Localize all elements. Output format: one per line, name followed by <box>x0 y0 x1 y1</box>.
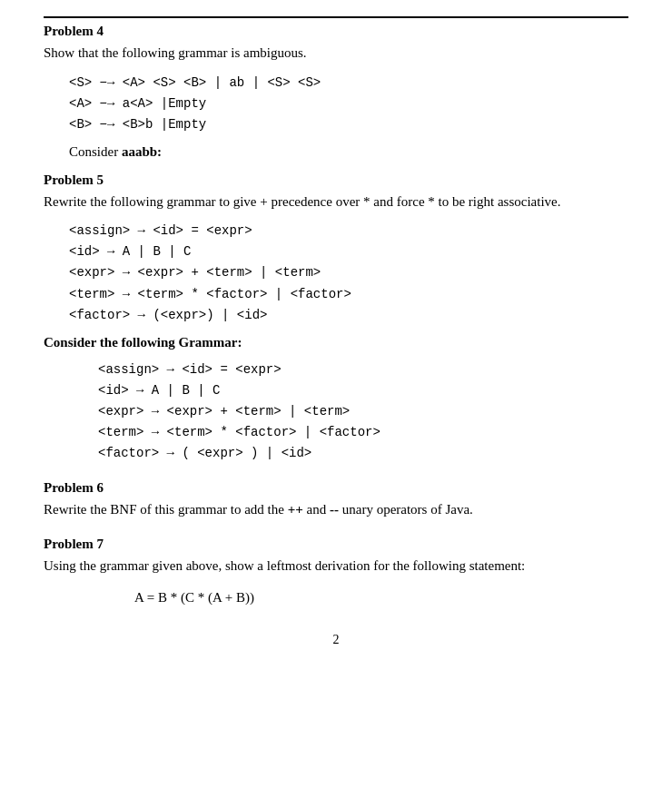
problem5-subheading: Consider the following Grammar: <box>44 335 628 350</box>
p5-subgrammar-line-3: <expr> → <expr> + <term> | <term> <box>98 401 628 422</box>
problem6-description: Rewrite the BNF of this grammar to add t… <box>44 499 628 520</box>
consider-value: aaabb: <box>122 144 162 159</box>
p5-subgrammar-line-5: <factor> → ( <expr> ) | <id> <box>98 443 628 464</box>
problem5-title: Problem 5 <box>44 172 628 188</box>
p5-grammar-line-3: <expr> → <expr> + <term> | <term> <box>69 262 628 283</box>
p5-grammar-line-1: <assign> → <id> = <expr> <box>69 221 628 241</box>
page-number: 2 <box>44 633 628 647</box>
consider-label: Consider <box>69 144 122 159</box>
problem5-subgrammar: <assign> → <id> = <expr> <id> → A | B | … <box>98 360 628 464</box>
grammar-line-2: <A> −→ a<A> |Empty <box>69 94 628 114</box>
problem7-expression: A = B * (C * (A + B)) <box>134 590 628 606</box>
grammar-line-1: <S> −→ <A> <S> <B> | ab | <S> <S> <box>69 73 628 94</box>
p5-subgrammar-line-4: <term> → <term> * <factor> | <factor> <box>98 422 628 443</box>
p5-grammar-line-2: <id> → A | B | C <box>69 241 628 262</box>
problem4-section: Problem 4 Show that the following gramma… <box>44 16 628 160</box>
problem5-grammar: <assign> → <id> = <expr> <id> → A | B | … <box>69 221 628 325</box>
p5-grammar-line-4: <term> → <term> * <factor> | <factor> <box>69 284 628 305</box>
problem4-grammar: <S> −→ <A> <S> <B> | ab | <S> <S> <A> −→… <box>69 73 628 135</box>
problem7-description: Using the grammar given above, show a le… <box>44 556 628 576</box>
problem4-consider: Consider aaabb: <box>69 144 628 160</box>
p5-subgrammar-line-1: <assign> → <id> = <expr> <box>98 360 628 380</box>
p5-grammar-line-5: <factor> → (<expr>) | <id> <box>69 305 628 326</box>
problem4-title: Problem 4 <box>44 24 628 39</box>
problem6-title: Problem 6 <box>44 480 628 496</box>
problem7-section: Problem 7 Using the grammar given above,… <box>44 537 628 606</box>
problem4-description: Show that the following grammar is ambig… <box>44 43 628 64</box>
grammar-line-3: <B> −→ <B>b |Empty <box>69 114 628 135</box>
problem6-section: Problem 6 Rewrite the BNF of this gramma… <box>44 480 628 520</box>
p5-subgrammar-line-2: <id> → A | B | C <box>98 380 628 401</box>
problem7-title: Problem 7 <box>44 537 628 552</box>
problem5-description: Rewrite the following grammar to give + … <box>44 192 628 212</box>
problem5-section: Problem 5 Rewrite the following grammar … <box>44 172 628 464</box>
